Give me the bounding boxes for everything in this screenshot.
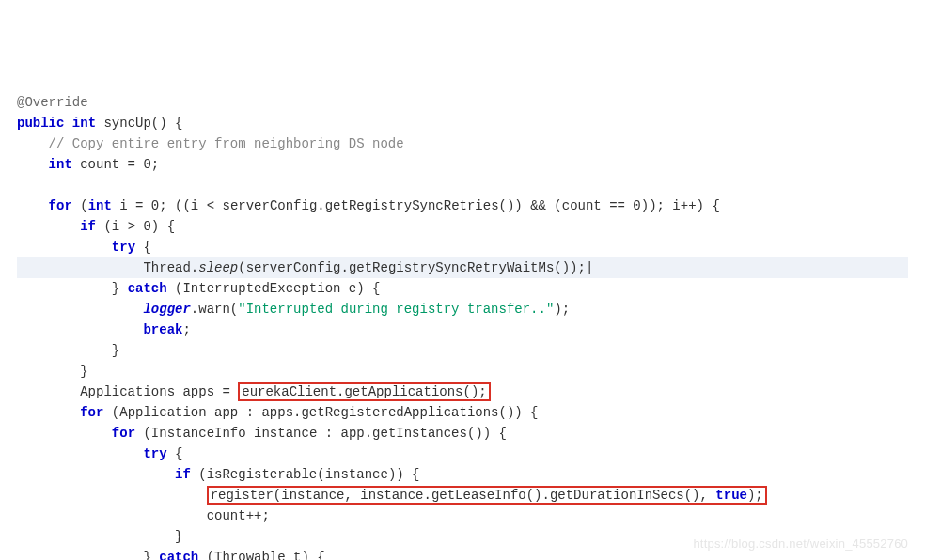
- code-block: @Override public int syncUp() { // Copy …: [17, 92, 908, 560]
- code-text: [17, 426, 112, 441]
- keyword-int: int: [88, 198, 112, 213]
- logger: logger: [143, 302, 190, 317]
- keyword-break: break: [143, 322, 182, 337]
- code-text: .getRegistrySyncRetries()) && (count == …: [317, 198, 719, 213]
- code-text: }: [17, 343, 119, 358]
- code-text: .getRegistrySyncRetryWaitMs());|: [340, 260, 593, 275]
- code-text: (: [72, 198, 88, 213]
- keyword-try: try: [112, 240, 135, 255]
- annotation: @Override: [17, 95, 88, 110]
- code-text: [17, 446, 143, 461]
- code-text: [17, 240, 112, 255]
- keyword-true: true: [715, 488, 747, 503]
- code-text: (InterruptedException e) {: [167, 281, 381, 296]
- watermark: https://blog.csdn.net/weixin_45552760: [693, 534, 908, 554]
- keyword-catch: catch: [128, 281, 167, 296]
- keyword-for: for: [80, 405, 103, 420]
- code-text: [17, 302, 143, 317]
- code-text: eurekaClient.getApplications();: [242, 384, 486, 399]
- keyword-if: if: [80, 219, 96, 234]
- code-text: (: [238, 260, 245, 275]
- code-text: }: [17, 550, 159, 560]
- code-text: [17, 198, 49, 213]
- code-text: .warn(: [191, 302, 238, 317]
- static-method-sleep: sleep: [198, 260, 238, 275]
- code-text: }: [17, 281, 128, 296]
- highlighted-line: Thread.sleep(serverConfig.getRegistrySyn…: [17, 257, 908, 278]
- code-text: [17, 219, 80, 234]
- keyword-catch: catch: [159, 550, 198, 560]
- highlight-box-eurekaclient: eurekaClient.getApplications();: [238, 382, 490, 401]
- code-text: (InstanceInfo instance : app.getInstance…: [135, 426, 507, 441]
- code-text: );: [747, 488, 763, 503]
- ref-serverconfig: serverConfig: [246, 260, 341, 275]
- method-signature: syncUp() {: [96, 116, 182, 131]
- keyword-if: if: [175, 467, 191, 482]
- ref-serverconfig: serverConfig: [222, 198, 317, 213]
- keyword-int: int: [17, 157, 72, 172]
- code-text: (isRegisterable(instance)) {: [191, 467, 420, 482]
- code-text: [17, 467, 175, 482]
- keyword-int: int: [72, 116, 96, 131]
- code-text: ;: [182, 322, 190, 337]
- comment: // Copy entire entry from neighboring DS…: [17, 136, 404, 151]
- code-text: Thread.: [17, 260, 198, 275]
- code-text: (Application app : apps.getRegisteredApp…: [103, 405, 538, 420]
- code-text: [17, 322, 143, 337]
- highlight-box-register: register(instance, instance.getLeaseInfo…: [207, 486, 767, 505]
- code-text: i = 0; ((i <: [112, 198, 223, 213]
- code-text: );: [554, 302, 570, 317]
- code-text: {: [135, 240, 151, 255]
- code-text: (Throwable t) {: [198, 550, 324, 560]
- code-text: Applications apps =: [17, 384, 238, 399]
- code-text: count++;: [17, 508, 270, 523]
- string-literal: "Interrupted during registry transfer..": [238, 302, 554, 317]
- keyword-try: try: [143, 446, 166, 461]
- code-text: {: [167, 446, 183, 461]
- code-text: count = 0;: [72, 157, 159, 172]
- code-text: }: [17, 364, 88, 379]
- keyword-for: for: [112, 426, 135, 441]
- code-text: (i > 0) {: [96, 219, 175, 234]
- keyword-for: for: [49, 198, 72, 213]
- keyword-public: public: [17, 116, 64, 131]
- code-text: [17, 488, 207, 503]
- code-text: register(instance, instance.getLeaseInfo…: [211, 488, 716, 503]
- code-text: }: [17, 529, 182, 544]
- code-text: [17, 405, 80, 420]
